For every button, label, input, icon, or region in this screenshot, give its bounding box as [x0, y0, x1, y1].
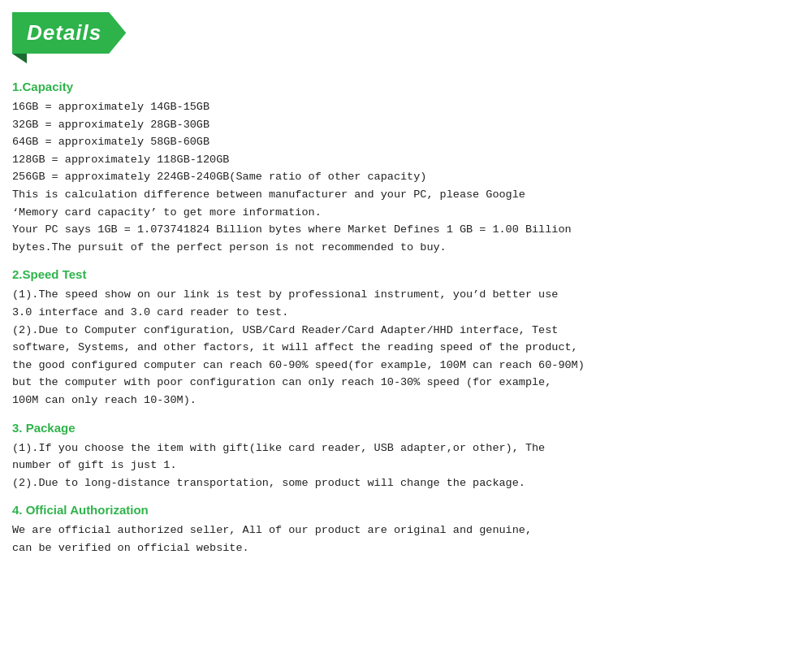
section-content-speed-test: (1).The speed show on our link is test b…: [12, 286, 800, 409]
section-content-package: (1).If you choose the item with gift(lik…: [12, 440, 800, 492]
section-official-authorization: 4. Official AuthorizationWe are official…: [12, 503, 800, 557]
section-content-official-authorization: We are official authorized seller, All o…: [12, 522, 800, 557]
section-content-capacity: 16GB = approximately 14GB-15GB 32GB = ap…: [12, 98, 800, 256]
details-banner-title: Details: [27, 20, 102, 45]
section-heading-package: 3. Package: [12, 421, 800, 435]
section-heading-speed-test: 2.Speed Test: [12, 267, 800, 281]
section-package: 3. Package(1).If you choose the item wit…: [12, 421, 800, 492]
section-capacity: 1.Capacity16GB = approximately 14GB-15GB…: [12, 80, 800, 256]
section-speed-test: 2.Speed Test(1).The speed show on our li…: [12, 267, 800, 409]
details-banner-fold: [12, 54, 27, 63]
details-banner-shape: Details: [12, 12, 126, 54]
section-heading-capacity: 1.Capacity: [12, 80, 800, 93]
page-container: Details 1.Capacity16GB = approximately 1…: [0, 0, 812, 654]
sections-container: 1.Capacity16GB = approximately 14GB-15GB…: [12, 80, 800, 557]
section-heading-official-authorization: 4. Official Authorization: [12, 503, 800, 517]
details-banner: Details: [12, 12, 126, 54]
